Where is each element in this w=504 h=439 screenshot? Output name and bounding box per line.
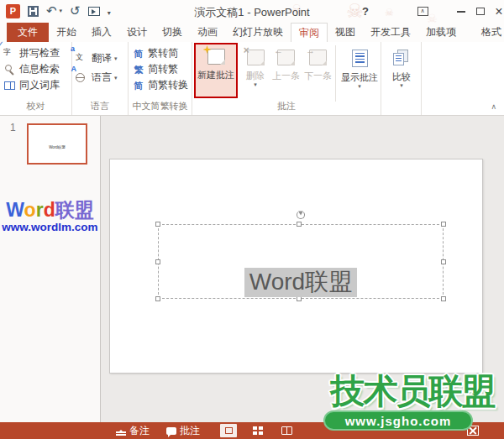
trad-to-simp-button[interactable]: 简 繁转简 [129, 45, 192, 61]
slide-thumbnail[interactable]: Word联盟 [27, 123, 87, 165]
spell-check-icon [3, 47, 17, 60]
language-globe-icon [76, 71, 89, 85]
maximize-button[interactable] [471, 0, 490, 23]
simp-to-trad-label: 简转繁 [148, 62, 178, 76]
tab-format[interactable]: 格式 [474, 23, 504, 42]
help-icon[interactable] [356, 0, 375, 23]
trad-to-simp-label: 繁转简 [148, 46, 178, 60]
show-comments-button[interactable]: 显示批注 [338, 44, 381, 97]
resize-handle-middle-right[interactable] [441, 259, 446, 264]
tab-home[interactable]: 开始 [49, 23, 84, 42]
convert-button[interactable]: 简 简繁转换 [129, 77, 192, 93]
ribbon-display-options-glyph [417, 7, 428, 16]
normal-view-button[interactable] [220, 424, 237, 437]
ribbon: 拼写检查 信息检索 同义词库 校对 翻译 [0, 42, 504, 116]
trad-to-simp-icon: 简 [132, 47, 145, 60]
translate-button[interactable]: 翻译 [72, 49, 128, 68]
simp-to-trad-button[interactable]: 繁 简转繁 [129, 61, 192, 77]
group-language: 翻译 语言 语言 [72, 42, 129, 115]
ribbon-display-options-icon[interactable] [413, 0, 432, 23]
tab-review[interactable]: 审阅 [291, 23, 328, 42]
rotate-handle-icon[interactable] [297, 211, 305, 219]
comment-bubble-icon [166, 427, 176, 435]
jsgho-watermark-site-url: www.jsgho.com [323, 410, 473, 431]
thesaurus-book-icon [3, 79, 17, 92]
translate-dropdown-icon[interactable] [114, 55, 118, 62]
group-label-comments: 批注 [192, 100, 381, 112]
selected-textbox[interactable]: Word联盟 [158, 224, 444, 299]
compare-button[interactable]: 比较 [384, 44, 419, 97]
previous-comment-label: 上一条 [272, 71, 300, 81]
tab-addins[interactable]: 加载项 [418, 23, 464, 42]
tab-insert[interactable]: 插入 [84, 23, 119, 42]
tab-view[interactable]: 视图 [328, 23, 363, 42]
slides-panel: 1 Word联盟 Word联盟 www.wordlm.com [0, 116, 101, 422]
research-magnifier-icon [3, 63, 17, 76]
spell-check-button[interactable]: 拼写检查 [0, 45, 71, 61]
slide-canvas[interactable]: Word联盟 [109, 159, 483, 374]
resize-handle-top-center[interactable] [297, 222, 302, 227]
resize-handle-bottom-right[interactable] [441, 296, 446, 301]
new-comment-button[interactable]: 新建批注 [194, 43, 238, 98]
resize-handle-middle-left[interactable] [155, 259, 160, 264]
language-label: 语言 [92, 71, 112, 85]
close-button[interactable] [490, 0, 504, 23]
spell-check-label: 拼写检查 [19, 46, 60, 60]
group-comments: 新建批注 删除 上一条 下一条 显示批注 批注 [192, 42, 381, 115]
convert-label: 简繁转换 [148, 78, 188, 92]
reading-view-button[interactable] [279, 424, 294, 437]
wordlm-watermark: Word联盟 www.wordlm.com [0, 200, 100, 234]
group-label-conversion: 中文简繁转换 [129, 100, 192, 112]
tab-design[interactable]: 设计 [119, 23, 155, 42]
new-star-icon [203, 45, 212, 54]
simp-to-trad-icon: 繁 [132, 63, 145, 76]
new-comment-page-icon [207, 49, 225, 65]
powerpoint-window: 演示文稿1 - PowerPoint 文件 开始 插入 设计 切换 动画 幻灯片… [0, 0, 504, 439]
resize-handle-top-left[interactable] [155, 222, 160, 227]
language-dropdown-icon[interactable] [114, 75, 118, 81]
tab-slideshow[interactable]: 幻灯片放映 [225, 23, 291, 42]
compare-dropdown-icon[interactable] [400, 82, 403, 89]
minimize-button[interactable] [452, 0, 470, 23]
title-bar: 演示文稿1 - PowerPoint [0, 0, 504, 23]
translate-label: 翻译 [92, 51, 112, 65]
language-button[interactable]: 语言 [72, 68, 128, 87]
translate-icon [76, 52, 89, 65]
show-comments-dropdown-icon[interactable] [358, 83, 361, 90]
comments-button[interactable]: 批注 [166, 422, 200, 439]
convert-icon: 简 [132, 79, 145, 92]
tab-transitions[interactable]: 切换 [155, 23, 190, 42]
group-label-proofing: 校对 [0, 100, 71, 112]
tab-developer[interactable]: 开发工具 [363, 23, 418, 42]
notes-button[interactable]: 备注 [116, 422, 150, 439]
wordlm-logo: Word联盟 [0, 200, 100, 221]
slide-sorter-icon [253, 426, 263, 435]
resize-handle-top-right[interactable] [441, 222, 446, 227]
tab-animations[interactable]: 动画 [190, 23, 225, 42]
group-proofing: 拼写检查 信息检索 同义词库 校对 [0, 42, 72, 115]
thesaurus-button[interactable]: 同义词库 [0, 77, 71, 93]
slide-sorter-view-button[interactable] [250, 424, 265, 437]
next-comment-button: 下一条 [302, 44, 333, 97]
selected-text[interactable]: Word联盟 [244, 268, 357, 297]
normal-view-icon [225, 427, 233, 434]
new-comment-label: 新建批注 [197, 70, 234, 80]
research-label: 信息检索 [19, 62, 60, 76]
research-button[interactable]: 信息检索 [0, 61, 71, 77]
slide-number: 1 [10, 122, 16, 133]
wordlm-site-url: www.wordlm.com [0, 221, 100, 234]
group-label-language: 语言 [72, 100, 128, 112]
delete-comment-label: 删除 [246, 71, 265, 81]
tab-file[interactable]: 文件 [7, 23, 49, 42]
collapse-ribbon-icon[interactable] [491, 102, 496, 111]
ribbon-tab-row: 文件 开始 插入 设计 切换 动画 幻灯片放映 审阅 视图 开发工具 加载项 格… [0, 23, 504, 42]
textbox-text[interactable]: Word联盟 [159, 268, 443, 296]
resize-handle-bottom-left[interactable] [155, 296, 160, 301]
delete-dropdown-icon [254, 81, 257, 88]
group-chinese-conversion: 简 繁转简 繁 简转繁 简 简繁转换 中文简繁转换 [129, 42, 192, 115]
thesaurus-label: 同义词库 [19, 78, 60, 92]
notes-icon [116, 426, 126, 436]
previous-comment-button: 上一条 [270, 44, 302, 97]
notes-label: 备注 [129, 424, 150, 438]
next-comment-page-icon [309, 50, 327, 65]
